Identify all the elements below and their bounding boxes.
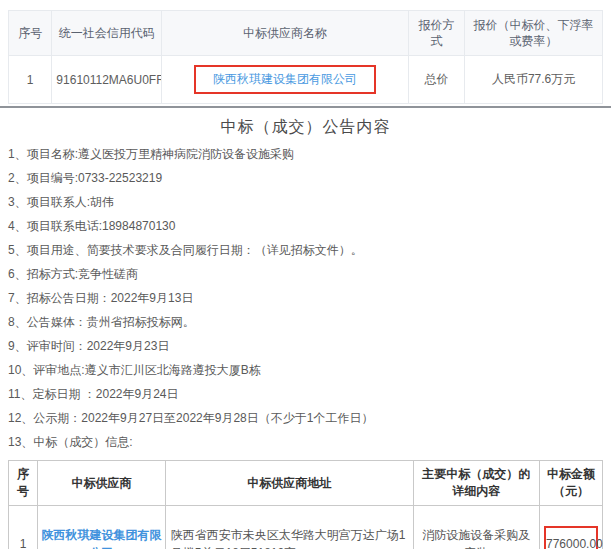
col-header-content: 主要中标（成交）的详细内容 [413,461,540,506]
announcement-item: 8、公告媒体：贵州省招标投标网。 [8,316,603,329]
announcement-item: 12、公示期：2022年9月27日至2022年9月28日（不少于1个工作日） [8,412,603,425]
announcement-page: 序号 统一社会信用代码 中标供应商名称 报价方式 报价（中标价、下浮率或费率） … [0,0,611,549]
col-header-supplier-name: 中标供应商名称 [162,11,409,56]
col-header-address: 中标供应商地址 [165,461,413,506]
announcement-item: 9、评审时间：2022年9月23日 [8,340,603,353]
cell-quote-method: 总价 [408,56,464,104]
table-header-row: 序号 中标供应商 中标供应商地址 主要中标（成交）的详细内容 中标金额（元） [9,461,603,506]
col-header-quote-method: 报价方式 [408,11,464,56]
supplier-link[interactable]: 陕西秋琪建设集团有限公司 [213,72,357,86]
table-row: 1 91610112MA6U0FR248 陕西秋琪建设集团有限公司 总价 人民币… [9,56,603,104]
table-row: 1 陕西秋琪建设集团有限公司 陕西省西安市未央区太华路大明宫万达广场1号楼5单元… [9,506,603,549]
col-header-amount: 中标金额（元） [540,461,603,506]
red-highlight-box: 776000.00 [544,526,598,549]
announcement-item: 7、招标公告日期：2022年9月13日 [8,292,603,305]
col-header-quote: 报价（中标价、下浮率或费率） [465,11,603,56]
supplier-link[interactable]: 陕西秋琪建设集团有限公司 [41,528,161,549]
announcement-item: 4、项目联系电话:18984870130 [8,220,603,233]
announcement-item: 6、招标方式:竞争性磋商 [8,268,603,281]
announcement-item: 10、评审地点:遵义市汇川区北海路遵投大厦B栋 [8,364,603,377]
red-highlight-box: 陕西秋琪建设集团有限公司 [194,65,376,94]
bid-summary-table: 序号 统一社会信用代码 中标供应商名称 报价方式 报价（中标价、下浮率或费率） … [8,10,603,104]
cell-address: 陕西省西安市未央区太华路大明宫万达广场1号楼5单元18层51812室 [165,506,413,549]
cell-supplier: 陕西秋琪建设集团有限公司 [38,506,166,549]
award-detail-table: 序号 中标供应商 中标供应商地址 主要中标（成交）的详细内容 中标金额（元） 1… [8,460,603,549]
cell-quote: 人民币77.6万元 [465,56,603,104]
announcement-item-list: 1、项目名称:遵义医投万里精神病院消防设备设施采购 2、项目编号:0733-22… [8,148,603,449]
col-header-index: 序号 [9,461,38,506]
announcement-item: 11、定标日期 ：2022年9月24日 [8,388,603,401]
section-divider [0,106,611,108]
cell-content: 消防设施设备采购及安装 [413,506,540,549]
col-header-credit-code: 统一社会信用代码 [52,11,162,56]
cell-credit-code: 91610112MA6U0FR248 [52,56,162,104]
col-header-index: 序号 [9,11,52,56]
cell-amount: 776000.00 [540,506,603,549]
col-header-supplier: 中标供应商 [38,461,166,506]
table-header-row: 序号 统一社会信用代码 中标供应商名称 报价方式 报价（中标价、下浮率或费率） [9,11,603,56]
page-title: 中标（成交）公告内容 [8,117,603,138]
cell-index: 1 [9,506,38,549]
announcement-item: 1、项目名称:遵义医投万里精神病院消防设备设施采购 [8,148,603,161]
announcement-item: 3、项目联系人:胡伟 [8,196,603,209]
announcement-item: 13、中标（成交）信息: [8,436,603,449]
cell-index: 1 [9,56,52,104]
announcement-item: 5、项目用途、简要技术要求及合同履行日期：（详见招标文件）。 [8,244,603,257]
cell-supplier-name: 陕西秋琪建设集团有限公司 [162,56,409,104]
announcement-item: 2、项目编号:0733-22523219 [8,172,603,185]
